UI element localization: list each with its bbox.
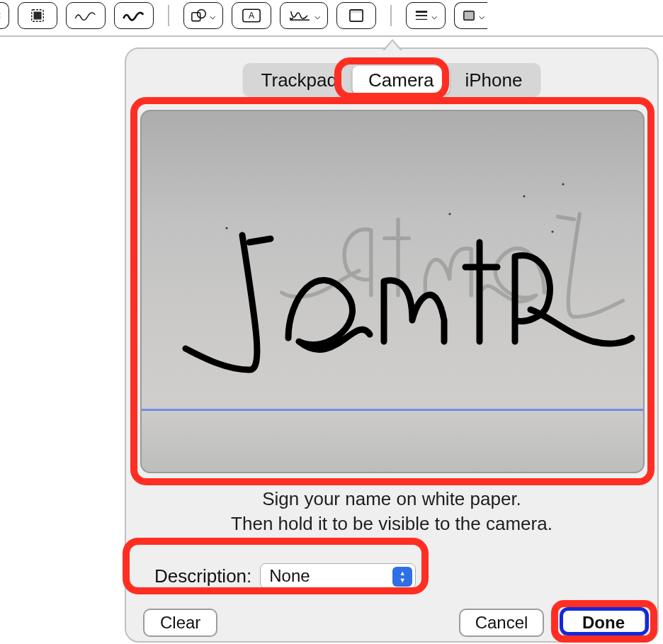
- instructions-line-2: Then hold it to be visible to the camera…: [126, 512, 657, 536]
- dialog-pointer: [382, 39, 402, 50]
- note-icon: [348, 9, 364, 23]
- cancel-button[interactable]: Cancel: [459, 609, 544, 637]
- chevron-down-icon: ⌵: [210, 11, 215, 21]
- tab-camera[interactable]: Camera: [353, 66, 449, 94]
- input-source-tabs: Trackpad Camera iPhone: [243, 63, 541, 97]
- svg-point-4: [197, 10, 205, 18]
- instructions-text: Sign your name on white paper. Then hold…: [126, 487, 657, 536]
- signature-icon: [288, 9, 312, 23]
- svg-text:A: A: [249, 11, 255, 21]
- description-select-value: None: [269, 566, 310, 586]
- svg-rect-1: [34, 12, 42, 20]
- text-box-icon: A: [242, 9, 261, 23]
- done-button[interactable]: Done: [561, 609, 646, 637]
- border-style-icon: [414, 9, 429, 22]
- sketch-thick-button[interactable]: [114, 2, 154, 29]
- chevron-down-icon: ⌵: [431, 11, 437, 21]
- fill-color-button[interactable]: ⌵: [454, 2, 487, 29]
- sketch-thin-icon: [74, 9, 97, 22]
- crop-icon: [0, 8, 1, 23]
- sketch-thin-button[interactable]: [66, 2, 106, 29]
- description-row: Description: None ▲▼: [154, 563, 416, 589]
- shapes-icon: [191, 9, 207, 23]
- create-signature-dialog: Trackpad Camera iPhone Sign your name on…: [125, 47, 659, 643]
- toolbar-separator: [390, 5, 392, 26]
- selection-icon: [30, 8, 45, 23]
- signature-baseline: [142, 409, 643, 411]
- captured-signature: [157, 214, 639, 377]
- markup-toolbar: ⌵ A ⌵ ⌵ ⌵: [0, 0, 663, 31]
- sketch-thick-icon: [123, 9, 145, 22]
- sign-button[interactable]: ⌵: [280, 2, 328, 29]
- note-button[interactable]: [336, 2, 376, 29]
- svg-rect-9: [350, 10, 363, 13]
- clear-button[interactable]: Clear: [143, 609, 217, 637]
- description-label: Description:: [154, 565, 251, 587]
- description-select[interactable]: None ▲▼: [260, 563, 416, 589]
- toolbar-bottom-rule: [0, 35, 663, 37]
- select-stepper-icon: ▲▼: [392, 567, 412, 587]
- instructions-line-1: Sign your name on white paper.: [126, 487, 657, 512]
- shapes-button[interactable]: ⌵: [183, 2, 223, 29]
- border-style-button[interactable]: ⌵: [406, 2, 446, 29]
- text-box-button[interactable]: A: [232, 2, 271, 29]
- rect-select-button[interactable]: [18, 2, 57, 29]
- tab-iphone[interactable]: iPhone: [449, 66, 538, 94]
- chevron-down-icon: ⌵: [479, 11, 484, 21]
- crop-button[interactable]: [0, 2, 9, 29]
- svg-point-18: [562, 183, 564, 185]
- svg-rect-13: [464, 11, 474, 21]
- toolbar-separator: [168, 5, 169, 26]
- tab-trackpad[interactable]: Trackpad: [246, 66, 353, 94]
- chevron-down-icon: ⌵: [314, 11, 320, 21]
- camera-preview: [140, 110, 645, 473]
- fill-color-icon: [462, 9, 476, 22]
